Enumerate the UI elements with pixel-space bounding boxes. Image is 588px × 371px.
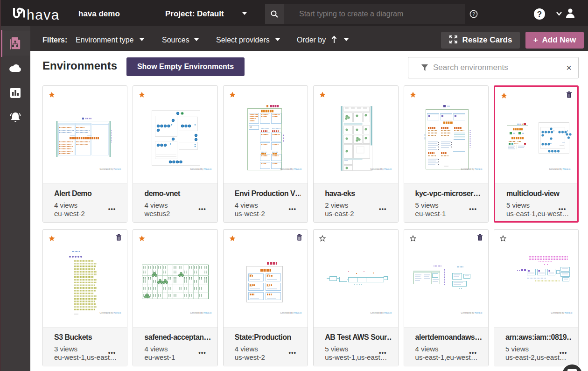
svg-text:?: ? (537, 10, 542, 19)
svg-text:?: ? (472, 12, 475, 17)
